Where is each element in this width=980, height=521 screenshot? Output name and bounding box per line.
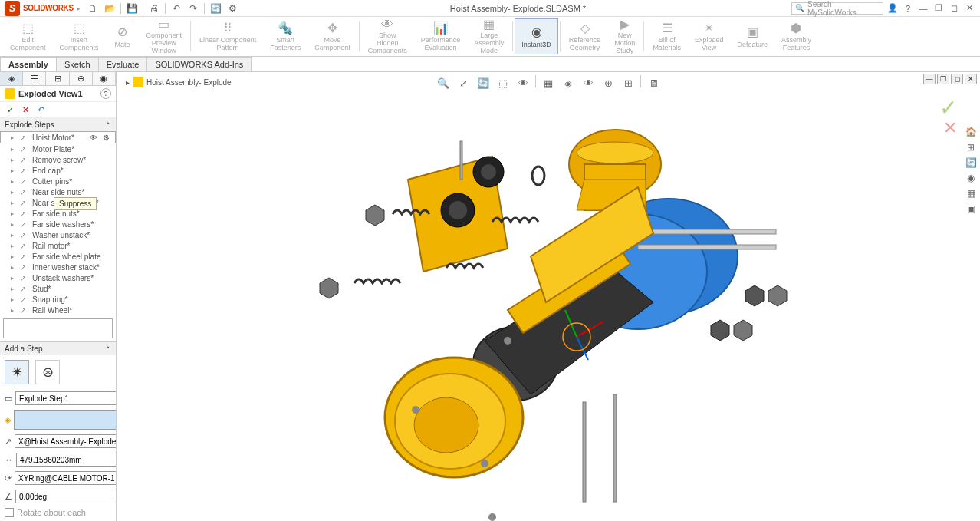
hoist-assembly-model[interactable] [255, 110, 807, 521]
ribbon-new[interactable]: ▶NewMotionStudy [607, 18, 642, 54]
explode-steps-header[interactable]: Explode Steps ⌃ [0, 118, 116, 131]
rotaxis-input[interactable] [15, 471, 117, 485]
ribbon-reference[interactable]: ◇ReferenceGeometry [562, 18, 608, 54]
vp-maximize-icon[interactable]: ◻ [951, 74, 963, 84]
vp-tool-icon[interactable]: ⊞ [620, 75, 636, 91]
vp-restore-icon[interactable]: ❐ [937, 74, 949, 84]
tab-evaluate[interactable]: Evaluate [98, 57, 148, 71]
tab-solidworks-add-ins[interactable]: SOLIDWORKS Add-Ins [146, 57, 252, 71]
ribbon-assembly[interactable]: ⬢AssemblyFeatures [774, 18, 818, 54]
feature-tree-tab[interactable]: ◈ [0, 72, 23, 85]
explode-step-item[interactable]: ▸↗Rail motor* [0, 240, 116, 251]
component-input[interactable] [14, 410, 117, 430]
explode-step-item[interactable]: ▸↗Cotter pins* [0, 176, 116, 186]
vp-tool-icon[interactable]: ◈ [561, 75, 576, 91]
ribbon-defeature[interactable]: ▣Defeature [730, 18, 774, 54]
ribbon-show[interactable]: 👁ShowHiddenComponents [361, 18, 414, 54]
explode-step-item[interactable]: ▸↗Inner washer stack* [0, 262, 116, 272]
task-pane-icon[interactable]: 🏠 [965, 126, 977, 138]
explode-step-item[interactable]: ▸↗Rail Wheel* [0, 305, 116, 315]
open-file-icon[interactable]: 📂 [104, 2, 116, 15]
step-name-input[interactable] [15, 391, 117, 405]
explode-step-item[interactable]: ▸↗Motor Plate* [0, 143, 116, 154]
property-tab[interactable]: ☰ [23, 72, 46, 85]
ribbon-instant3d[interactable]: ◉Instant3D [515, 18, 558, 54]
gear-icon[interactable]: ⚙ [100, 132, 111, 143]
vp-tool-icon[interactable]: 🔄 [475, 75, 491, 91]
explode-step-item[interactable]: ▸↗Far side washers* [0, 219, 116, 229]
undo-icon[interactable]: ↶ [170, 2, 183, 15]
graphics-viewport[interactable]: ▸ Hoist Assembly- Explode 🔍⤢🔄⬚👁▦◈👁⊕⊞🖥 — … [117, 72, 980, 521]
cancel-button[interactable]: ✕ [20, 104, 31, 115]
vp-tool-icon[interactable]: ▦ [541, 75, 556, 91]
task-pane-icon[interactable]: ⊞ [965, 141, 977, 153]
tab-sketch[interactable]: Sketch [56, 57, 99, 71]
ribbon-insert[interactable]: ⬚InsertComponents [53, 18, 106, 54]
explode-step-item[interactable]: ▸↗End cap* [0, 165, 116, 176]
tab-assembly[interactable]: Assembly [0, 57, 57, 71]
ok-button[interactable]: ✓ [5, 104, 15, 115]
task-pane-icon[interactable]: ▣ [965, 203, 977, 215]
print-icon[interactable]: 🖨 [148, 2, 160, 15]
rotate-each-checkbox[interactable] [5, 508, 14, 517]
distance-input[interactable] [16, 453, 117, 467]
ribbon-performance[interactable]: 📊PerformanceEvaluation [414, 18, 468, 54]
vp-minimize-icon[interactable]: — [923, 74, 936, 84]
breadcrumb[interactable]: ▸ Hoist Assembly- Explode [126, 77, 232, 87]
confirm-check-icon[interactable]: ✓ [939, 95, 957, 120]
vp-tool-icon[interactable]: 🔍 [436, 75, 451, 91]
explode-step-item[interactable]: ▸↗Washer unstack* [0, 229, 116, 240]
eye-icon[interactable]: 👁 [88, 132, 99, 143]
undo-button[interactable]: ↶ [35, 104, 46, 115]
ribbon-component[interactable]: ▭ComponentPreviewWindow [140, 18, 189, 54]
radial-step-icon[interactable]: ⊛ [35, 360, 60, 384]
vp-tool-icon[interactable]: ⬚ [495, 75, 511, 91]
explode-step-item[interactable]: ▸↗Hoist Motor*👁⚙ [0, 131, 116, 143]
dimxpert-tab[interactable]: ⊕ [70, 72, 93, 85]
regular-step-icon[interactable]: ✴ [5, 360, 29, 384]
help-icon[interactable]: ? [902, 2, 914, 15]
ribbon-exploded[interactable]: ✴ExplodedView [688, 18, 731, 54]
task-pane-icon[interactable]: 🔄 [965, 157, 977, 169]
explode-step-item[interactable]: ▸↗Far side wheel plate [0, 251, 116, 262]
search-box[interactable]: 🔍 Search MySolidWorks [791, 2, 883, 15]
explode-step-item[interactable]: ▸↗Remove screw* [0, 154, 116, 165]
display-tab[interactable]: ◉ [93, 72, 116, 85]
vp-close-icon[interactable]: ✕ [965, 74, 977, 84]
explode-step-item[interactable]: ▸↗Unstack washers* [0, 272, 116, 283]
options-icon[interactable]: ⚙ [226, 2, 238, 15]
angle-input[interactable] [15, 490, 117, 503]
vp-tool-icon[interactable]: 👁 [515, 75, 531, 91]
task-pane-icon[interactable]: ▦ [965, 187, 977, 199]
config-tab[interactable]: ⊞ [46, 72, 69, 85]
add-step-header[interactable]: Add a Step ⌃ [0, 342, 116, 355]
maximize-icon[interactable]: ◻ [948, 2, 960, 15]
rebuild-icon[interactable]: 🔄 [209, 2, 222, 15]
close-icon[interactable]: ✕ [963, 2, 975, 15]
ribbon-move[interactable]: ✥MoveComponent [307, 18, 357, 54]
ribbon-linear-component[interactable]: ⠿Linear ComponentPattern [192, 18, 263, 54]
ribbon-smart[interactable]: 🔩SmartFasteners [263, 18, 307, 54]
restore-icon[interactable]: ❐ [932, 2, 945, 15]
vp-tool-icon[interactable]: ⤢ [455, 75, 471, 91]
vp-tool-icon[interactable]: 👁 [580, 75, 596, 91]
explode-step-item[interactable]: ▸↗Near side nuts* [0, 186, 116, 197]
explode-step-item[interactable]: ▸↗Snap ring* [0, 294, 116, 305]
vp-tool-icon[interactable]: 🖥 [646, 75, 661, 91]
login-icon[interactable]: 👤 [886, 2, 899, 15]
vp-tool-icon[interactable]: ⊕ [600, 75, 616, 91]
steps-empty-box[interactable] [3, 318, 113, 338]
redo-icon[interactable]: ↷ [187, 2, 199, 15]
explode-step-item[interactable]: ▸↗Stud* [0, 283, 116, 294]
ribbon-mate[interactable]: ⊘Mate [106, 18, 140, 54]
ribbon-bill-of[interactable]: ☰Bill ofMaterials [646, 18, 688, 54]
minimize-icon[interactable]: — [917, 2, 929, 15]
ribbon-edit[interactable]: ⬚EditComponent [3, 18, 53, 54]
help-button[interactable]: ? [100, 88, 111, 99]
new-file-icon[interactable]: 🗋 [87, 2, 99, 15]
confirm-cancel-icon[interactable]: ✕ [943, 118, 957, 138]
ribbon-large[interactable]: ▦LargeAssemblyMode [467, 18, 511, 54]
direction-input[interactable] [15, 434, 117, 448]
save-icon[interactable]: 💾 [126, 2, 138, 15]
task-pane-icon[interactable]: ◉ [965, 172, 977, 184]
